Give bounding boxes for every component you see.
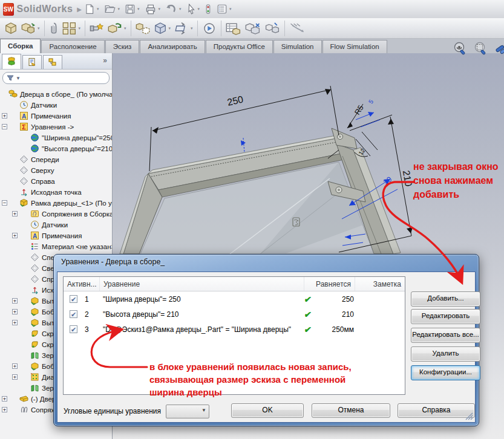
panel-chevron-icon[interactable]: » <box>103 56 107 65</box>
ok-button[interactable]: OK <box>231 403 304 418</box>
dropdown-caret-icon[interactable]: ▾ <box>198 7 200 11</box>
insert-components-alt-icon[interactable]: ▾ <box>21 19 40 37</box>
new-document-icon[interactable]: ▾ <box>84 2 99 16</box>
equation-text[interactable]: "D1@Эскиз1@Рамка дверцы_.Part" = "Ширина… <box>98 325 304 334</box>
col-equation[interactable]: Уравнение <box>100 277 304 291</box>
save-document-icon[interactable]: ▾ <box>125 2 140 16</box>
tab-configuration-manager[interactable] <box>43 55 62 69</box>
tree-item[interactable]: Датчики <box>0 219 112 230</box>
tab-feature-manager[interactable] <box>2 54 21 69</box>
dropdown-caret-icon[interactable]: ▾ <box>97 7 99 11</box>
angular-units-select[interactable] <box>166 405 209 418</box>
dim-width-label[interactable]: 250 <box>226 94 244 108</box>
rebuild-icon[interactable] <box>205 2 212 16</box>
tree-item[interactable]: Исходная точка <box>0 187 112 198</box>
expand-icon[interactable]: + <box>2 113 7 119</box>
dropdown-caret-icon[interactable]: ▾ <box>169 26 171 31</box>
dropdown-caret-icon[interactable]: ▾ <box>191 26 193 31</box>
tab-evaluate[interactable]: Анализировать <box>140 40 205 53</box>
tab-office[interactable]: Продукты Office <box>206 40 273 53</box>
dropdown-caret-icon[interactable]: ▾ <box>159 7 161 11</box>
tree-filter-input[interactable]: ▼ <box>2 72 110 84</box>
tree-item[interactable]: Справа <box>0 176 112 187</box>
print-document-icon[interactable]: ▾ <box>145 2 161 16</box>
equation-text[interactable]: "Ширина дверцы"= 250 <box>98 295 304 304</box>
tree-item[interactable]: +AПримечания <box>0 230 112 241</box>
collapse-icon[interactable]: − <box>2 200 7 206</box>
active-checkbox[interactable]: ✔ <box>70 325 77 333</box>
zoom-orbit-icon[interactable] <box>453 41 468 57</box>
equation-row[interactable]: ✔3"D1@Эскиз1@Рамка дверцы_.Part" = "Шири… <box>64 322 405 337</box>
equation-text[interactable]: "Высота дверцы"= 210 <box>98 310 304 319</box>
view-settings-icon[interactable] <box>494 41 504 57</box>
menu-expand-icon[interactable]: ▶ <box>77 6 82 13</box>
tree-item[interactable]: Датчики <box>0 100 112 111</box>
active-checkbox[interactable]: ✔ <box>70 310 77 318</box>
assembly-features-icon[interactable]: ▾ <box>154 19 171 37</box>
open-document-icon[interactable]: ▾ <box>104 2 120 16</box>
clearance-verification-icon[interactable] <box>264 19 280 37</box>
tree-item[interactable]: −ΣУравнения -> <box>0 122 112 132</box>
expand-icon[interactable]: + <box>2 407 7 412</box>
tab-simulation[interactable]: Simulation <box>273 40 322 53</box>
dim-gap-label[interactable]: 5 <box>367 99 375 105</box>
tree-item[interactable]: Материал <не указан> <box>0 241 112 252</box>
expand-icon[interactable]: + <box>12 233 18 238</box>
dropdown-caret-icon[interactable]: ▾ <box>137 7 140 11</box>
dropdown-caret-icon[interactable]: ▾ <box>79 26 81 31</box>
motion-study-icon[interactable] <box>202 19 217 37</box>
dropdown-caret-icon[interactable]: ▾ <box>38 26 40 31</box>
tree-item[interactable]: Спереди <box>0 154 112 165</box>
dim-height-label[interactable]: 210 <box>401 169 414 187</box>
mate-icon[interactable] <box>49 19 59 37</box>
active-checkbox[interactable]: ✔ <box>70 295 77 303</box>
tab-flow-simulation[interactable]: Flow Simulation <box>322 40 387 53</box>
tree-item[interactable]: Сверху <box>0 165 112 176</box>
help-button[interactable]: Справка <box>398 403 475 418</box>
dropdown-caret-icon[interactable]: ▾ <box>229 7 232 11</box>
dropdown-caret-icon[interactable]: ▾ <box>118 7 120 11</box>
tree-item[interactable]: −Рамка дверцы_<1> (По ум <box>0 198 112 209</box>
expand-icon[interactable]: + <box>12 309 18 314</box>
add-button[interactable]: Добавить... <box>411 291 480 307</box>
move-component-icon[interactable]: ▾ <box>108 19 126 37</box>
tab-assembly[interactable]: Сборка <box>0 39 41 53</box>
dropdown-caret-icon[interactable]: ▾ <box>124 26 126 31</box>
tab-property-manager[interactable] <box>22 55 42 69</box>
col-evaluates[interactable]: Равняется <box>304 277 355 291</box>
configurations-button[interactable]: Конфигурации... <box>411 365 480 380</box>
tree-item[interactable]: "Ширина дверцы"=250 <box>0 132 112 143</box>
equations-dialog[interactable]: Уравнения - Дверца в сборе_ Активн... Ур… <box>53 254 479 426</box>
smart-fasteners-icon[interactable] <box>90 19 104 37</box>
edit-button[interactable]: Редактировать <box>411 309 480 324</box>
equation-row[interactable]: ✔2"Высота дверцы"= 210✔210 <box>64 307 405 322</box>
tab-sketch[interactable]: Эскиз <box>105 40 140 53</box>
filter-caret-icon[interactable]: ▼ <box>16 76 21 81</box>
expand-icon[interactable]: + <box>12 363 18 369</box>
expand-icon[interactable]: + <box>12 298 18 304</box>
tree-item[interactable]: +AПримечания <box>0 111 112 122</box>
zoom-to-area-icon[interactable] <box>473 41 489 57</box>
col-active[interactable]: Активн... <box>64 277 100 291</box>
insert-components-icon[interactable] <box>4 19 18 37</box>
expand-icon[interactable]: + <box>12 320 18 325</box>
explode-line-sketch-icon[interactable] <box>289 19 306 37</box>
dim-offset-label[interactable]: 30 <box>382 175 393 186</box>
collapse-icon[interactable]: − <box>2 124 7 129</box>
tree-item[interactable]: +Сопряжения в Сборка1 <box>0 209 112 219</box>
tree-item[interactable]: "Высота дверцы"=210 <box>0 143 112 154</box>
show-hidden-components-icon[interactable] <box>136 19 150 37</box>
resize-grip[interactable] <box>465 412 473 420</box>
dim-radius-label[interactable]: R5 <box>353 103 365 116</box>
expand-icon[interactable]: + <box>12 374 18 380</box>
undo-icon[interactable]: ▾ <box>165 2 182 16</box>
expand-icon[interactable]: + <box>12 211 18 216</box>
delete-button[interactable]: Удалить <box>411 346 480 362</box>
reference-geometry-icon[interactable]: ▾ <box>174 19 193 37</box>
edit-all-button[interactable]: Редактировать все... <box>411 328 480 343</box>
expand-icon[interactable]: + <box>2 396 7 402</box>
col-note[interactable]: Заметка <box>355 277 405 291</box>
linear-component-pattern-icon[interactable]: ▾ <box>62 19 81 37</box>
tree-item[interactable]: Дверца в сборе_ (По умолча <box>0 89 112 100</box>
cancel-button[interactable]: Отмена <box>312 403 390 418</box>
